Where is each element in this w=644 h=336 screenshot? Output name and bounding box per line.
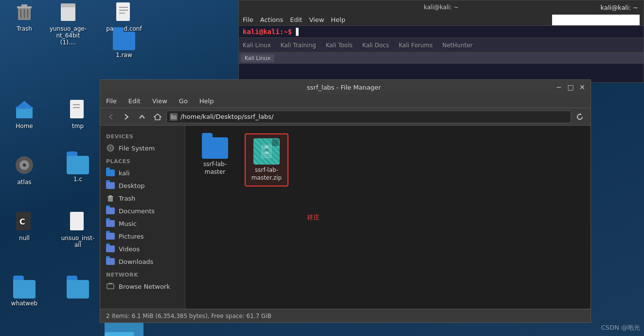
svg-rect-36 <box>265 146 268 148</box>
toolbar-kali-linux: Kali Linux <box>243 42 271 49</box>
svg-rect-22 <box>70 212 84 230</box>
fm-minimize-button[interactable]: ─ <box>555 83 563 92</box>
fm-sidebar-item-filesystem[interactable]: File System <box>100 142 185 154</box>
file-manager-window: ssrf_labs - File Manager ─ □ ✕ File Edit… <box>100 79 591 323</box>
desktop-icon-label: 1.raw <box>116 52 132 58</box>
fm-sidebar-network-section: NETWORK <box>100 270 185 280</box>
desktop-icon-atlas[interactable]: 1.c <box>58 153 97 186</box>
terminal-window: kali@kali: ~ File Actions Edit View Help… <box>238 0 644 83</box>
fm-sidebar-devices-section: DEVICES <box>100 131 185 142</box>
svg-rect-38 <box>265 152 268 154</box>
fm-main-content: ssrf-lab-master <box>185 126 590 309</box>
desktop-icon-1raw[interactable]: atlas <box>5 153 44 186</box>
fm-sidebar-item-pictures[interactable]: Pictures <box>100 230 185 243</box>
chinese-text-overlay: 祥庄 <box>307 213 320 222</box>
fm-home-button[interactable] <box>151 110 164 124</box>
terminal-tab-1[interactable]: Kali Linux <box>241 54 274 62</box>
svg-marker-26 <box>580 113 582 115</box>
fm-sidebar: DEVICES File System PLACES <box>100 126 185 309</box>
terminal-titlebar: kali@kali: ~ <box>239 0 644 14</box>
fm-address-icon <box>170 113 178 121</box>
terminal-menu-view[interactable]: View <box>309 16 324 23</box>
fm-sidebar-item-kali[interactable]: kali <box>100 167 185 179</box>
desktop-icon-label: whatweb <box>11 300 37 307</box>
terminal-menu-help[interactable]: Help <box>331 16 345 23</box>
null-icon <box>66 209 89 233</box>
kali-indicator: kali@kali: ~ <box>601 4 638 11</box>
svg-rect-31 <box>107 196 113 197</box>
fm-forward-button[interactable] <box>120 110 133 124</box>
desktop-icon-identiyaf[interactable]: 1.raw <box>105 29 143 61</box>
whatweb-folder-icon <box>66 278 89 301</box>
desktop-icon-1c[interactable]: C null <box>5 209 44 242</box>
videos-folder-icon <box>106 245 115 253</box>
svg-rect-32 <box>109 195 112 196</box>
fm-sidebar-trash-label: Trash <box>119 195 135 202</box>
fm-up-button[interactable] <box>135 110 149 124</box>
fm-file-item-ssrf-lab-master-zip[interactable]: ssrf-lab-master.zip <box>245 133 288 187</box>
fm-sidebar-item-music[interactable]: Music <box>100 217 185 230</box>
fm-toolbar: /home/kali/Desktop/ssrf_labs/ <box>100 108 590 126</box>
fm-sidebar-item-browse-network[interactable]: Browse Network <box>100 280 185 293</box>
fm-back-button[interactable] <box>104 110 118 124</box>
fm-sidebar-places-section: PLACES <box>100 156 185 167</box>
fm-sidebar-item-videos[interactable]: Videos <box>100 243 185 255</box>
desktop-icon-paused[interactable]: paused.conf <box>105 0 143 32</box>
desktop-folder-icon <box>106 182 115 189</box>
fm-menu-file[interactable]: File <box>104 96 119 106</box>
fm-sidebar-item-desktop[interactable]: Desktop <box>100 179 185 192</box>
fm-refresh-button[interactable] <box>573 110 587 124</box>
fm-menu-view[interactable]: View <box>150 96 169 106</box>
svg-rect-7 <box>61 3 75 7</box>
terminal-menu-edit[interactable]: Edit <box>290 16 302 23</box>
terminal-content: kali@kali:~$ ▋ <box>239 26 644 37</box>
terminal-tabs: Kali Linux <box>239 52 644 64</box>
fm-address-bar[interactable]: /home/kali/Desktop/ssrf_labs/ <box>166 111 571 123</box>
fm-menu-help[interactable]: Help <box>197 96 216 106</box>
toolbar-kali-docs: Kali Docs <box>362 42 389 49</box>
terminal-menu-actions[interactable]: Actions <box>260 16 284 23</box>
fm-file-label-ssrf-lab-master: ssrf-lab-master <box>197 161 233 176</box>
identiyaf-folder-icon <box>112 29 136 53</box>
fm-sidebar-item-downloads[interactable]: Downloads <box>100 255 185 268</box>
desktop-icon-label: unsuo_inst-all <box>58 235 97 248</box>
fm-body: DEVICES File System PLACES <box>100 126 590 309</box>
downloads-folder-icon <box>106 258 115 265</box>
home-folder-icon <box>13 97 36 121</box>
fm-sidebar-item-trash[interactable]: Trash <box>100 192 185 205</box>
desktop-icon-whatweb[interactable] <box>58 278 97 303</box>
fm-close-button[interactable]: ✕ <box>578 83 587 92</box>
svg-rect-8 <box>116 2 130 21</box>
ssrf-lab-master-zip-icon <box>253 138 280 165</box>
fm-menubar: File Edit View Go Help <box>100 94 590 108</box>
desktop-icon-home[interactable]: Home <box>5 97 44 130</box>
c-file-icon: C <box>13 209 36 233</box>
desktop-icon-trash[interactable]: Trash <box>5 0 44 32</box>
fm-sidebar-item-documents[interactable]: Documents <box>100 205 185 217</box>
desktop-icon-null[interactable]: unsuo_inst-all <box>58 209 97 248</box>
fm-file-item-ssrf-lab-master[interactable]: ssrf-lab-master <box>193 133 237 187</box>
svg-marker-23 <box>154 114 161 120</box>
svg-rect-33 <box>107 284 114 289</box>
desktop-icon-unsuoinst[interactable]: whatweb <box>5 278 44 310</box>
desktop-icon-label: null <box>19 235 30 242</box>
fm-sidebar-videos-label: Videos <box>119 245 140 253</box>
toolbar-kali-forums: Kali Forums <box>399 42 433 49</box>
fm-sidebar-music-label: Music <box>119 220 137 227</box>
fm-maximize-button[interactable]: □ <box>566 83 575 92</box>
terminal-menu-file[interactable]: File <box>243 16 253 23</box>
terminal-search-box[interactable] <box>552 15 640 25</box>
svg-rect-24 <box>171 115 177 119</box>
fm-sidebar-kali-label: kali <box>119 169 130 177</box>
desktop-icon-yunsuo[interactable]: yunsuo_age-nt_64bit (1).... <box>49 0 88 46</box>
fm-menu-edit[interactable]: Edit <box>126 96 143 106</box>
desktop-icon-label: 1.c <box>73 176 82 183</box>
partial-folder-tab <box>105 332 134 336</box>
fm-menu-go[interactable]: Go <box>177 96 190 106</box>
desktop-icon-label: yunsuo_age-nt_64bit (1).... <box>49 25 88 46</box>
desktop-icon-label: Home <box>16 123 33 130</box>
unsuoinst-folder-icon <box>13 278 36 301</box>
desktop-icon-tmp[interactable]: tmp <box>58 97 97 130</box>
kali-folder-icon <box>106 169 115 177</box>
svg-rect-1 <box>17 6 32 8</box>
